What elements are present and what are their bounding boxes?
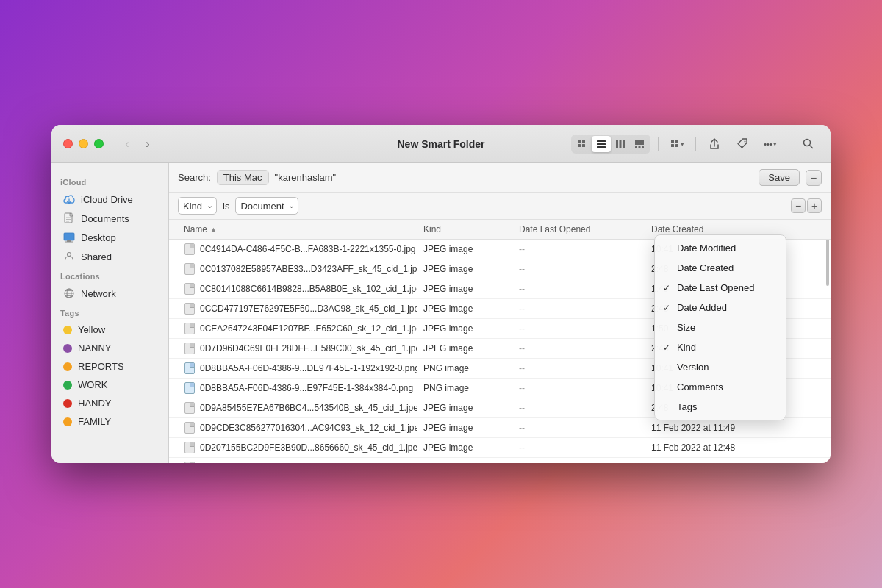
- context-menu-item-size[interactable]: Size: [655, 318, 786, 337]
- svg-rect-7: [616, 140, 618, 148]
- back-button[interactable]: ‹: [118, 135, 136, 153]
- separator-1: [658, 137, 659, 151]
- toolbar-tools: ▾ ••• ▾: [571, 134, 819, 154]
- tag-label: WORK: [78, 379, 107, 390]
- file-icon-jpeg: [184, 323, 195, 334]
- svg-rect-15: [675, 140, 678, 143]
- col-date-opened[interactable]: Date Last Opened: [513, 220, 645, 239]
- shared-icon: [63, 251, 75, 262]
- context-menu-item-kind[interactable]: ✓ Kind: [655, 337, 786, 357]
- table-row[interactable]: 0D9CDE3C856277016304...AC94C93_sk_12_cid…: [169, 418, 831, 438]
- cell-kind: JPEG image: [417, 320, 513, 337]
- search-label: Search:: [178, 172, 211, 183]
- svg-rect-8: [620, 140, 622, 148]
- svg-rect-3: [582, 144, 585, 147]
- maximize-button[interactable]: [94, 139, 104, 148]
- sidebar: iCloud iCloud Drive: [51, 163, 169, 463]
- more-button[interactable]: ••• ▾: [759, 134, 781, 154]
- sidebar-item-documents[interactable]: Documents: [54, 209, 165, 228]
- context-menu-item-date-last-opened[interactable]: ✓ Date Last Opened: [655, 278, 786, 298]
- sidebar-item-tag-nanny[interactable]: NANNY: [54, 339, 165, 357]
- cell-name: 0C4914DA-C486-4F5C-B...FA683B-1-2221x135…: [178, 240, 417, 259]
- view-gallery-button[interactable]: [630, 136, 649, 152]
- sidebar-item-tag-family[interactable]: FAMILY: [54, 412, 165, 431]
- context-menu-item-comments[interactable]: Comments: [655, 377, 786, 397]
- context-menu-item-date-added[interactable]: ✓ Date Added: [655, 298, 786, 318]
- tag-dot: [63, 344, 72, 353]
- cell-date-opened: --: [513, 459, 645, 463]
- cell-name: 0D9A85455E7EA67B6BC4...543540B_sk_45_cid…: [178, 398, 417, 417]
- check-mark: ✓: [661, 303, 673, 313]
- cell-date-opened: --: [513, 240, 645, 258]
- col-kind[interactable]: Kind: [417, 220, 513, 239]
- close-button[interactable]: [63, 139, 73, 148]
- file-icon-jpeg: [184, 442, 195, 453]
- titlebar: ‹ › New Smart Folder: [51, 125, 831, 163]
- file-icon-jpeg: [184, 243, 195, 255]
- search-button[interactable]: [797, 134, 819, 154]
- context-menu-item-date-created[interactable]: Date Created: [655, 258, 786, 278]
- context-menu-item-tags[interactable]: Tags: [655, 397, 786, 417]
- sidebar-item-tag-work[interactable]: WORK: [54, 376, 165, 394]
- file-type-icon: [184, 243, 196, 255]
- cell-name: 0DCE6514-7AEA-4D6E-B6...C1457C7-1-140x19…: [178, 458, 417, 463]
- sidebar-item-icloud-drive[interactable]: iCloud Drive: [54, 190, 165, 209]
- filter-btn-group: − +: [791, 198, 822, 213]
- cell-name: 0C0137082E58957ABE33...D3423AFF_sk_45_ci…: [178, 259, 417, 279]
- sidebar-item-tag-handy[interactable]: HANDY: [54, 394, 165, 412]
- col-name[interactable]: Name ▲: [178, 220, 417, 239]
- kind-select[interactable]: Kind: [178, 197, 217, 215]
- desktop-label: Desktop: [81, 232, 116, 243]
- tag-dot: [63, 362, 72, 371]
- arrange-button[interactable]: ▾: [666, 134, 688, 154]
- check-mark: ✓: [661, 283, 673, 293]
- save-button[interactable]: Save: [759, 169, 800, 186]
- filter-plus-button[interactable]: +: [807, 198, 822, 213]
- search-bar: Search: This Mac "karenhaslam" Save −: [169, 163, 831, 193]
- minimize-button[interactable]: [79, 139, 88, 148]
- finder-window: ‹ › New Smart Folder: [51, 125, 831, 463]
- share-button[interactable]: [703, 134, 725, 154]
- view-icon-button[interactable]: [573, 136, 592, 152]
- tag-button[interactable]: [731, 134, 753, 154]
- cell-kind: JPEG image: [417, 260, 513, 278]
- file-type-icon: [184, 343, 196, 354]
- sidebar-item-tag-reports[interactable]: REPORTS: [54, 357, 165, 376]
- table-row[interactable]: 0D207155BC2D9FE3B90D...8656660_sk_45_cid…: [169, 438, 831, 458]
- cell-date-opened: --: [513, 379, 645, 397]
- context-menu-item-version[interactable]: Version: [655, 357, 786, 377]
- tag-dot: [63, 381, 72, 390]
- file-type-icon: [184, 283, 196, 295]
- sidebar-item-network[interactable]: Network: [54, 284, 165, 303]
- filter-minus-button[interactable]: −: [791, 198, 806, 213]
- search-minus-button[interactable]: −: [806, 170, 822, 186]
- file-type-icon: [184, 323, 196, 334]
- svg-rect-25: [64, 233, 74, 240]
- file-icon-jpeg: [184, 303, 195, 315]
- file-type-icon: [184, 462, 196, 463]
- tag-label: REPORTS: [78, 361, 124, 372]
- sidebar-item-desktop[interactable]: Desktop: [54, 228, 165, 247]
- file-type-icon: [184, 362, 196, 374]
- file-icon-jpeg: [184, 343, 195, 354]
- cell-kind: JPEG image: [417, 240, 513, 258]
- view-columns-button[interactable]: [611, 136, 630, 152]
- tag-label: Yellow: [78, 324, 105, 335]
- scrollbar-track[interactable]: [825, 220, 831, 463]
- context-menu-item-date-modified[interactable]: Date Modified: [655, 238, 786, 258]
- tag-label: FAMILY: [78, 416, 111, 427]
- file-type-icon: [184, 422, 196, 434]
- svg-rect-5: [597, 143, 606, 145]
- table-row[interactable]: 0DCE6514-7AEA-4D6E-B6...C1457C7-1-140x19…: [169, 458, 831, 463]
- search-token[interactable]: This Mac: [217, 170, 269, 185]
- view-list-button[interactable]: [592, 136, 611, 152]
- cell-name: 0D8BBA5A-F06D-4386-9...DE97F45E-1-192x19…: [178, 359, 417, 378]
- context-menu: Date Modified Date Created ✓ Date Last O…: [654, 234, 786, 420]
- sidebar-item-shared[interactable]: Shared: [54, 247, 165, 266]
- forward-button[interactable]: ›: [139, 135, 157, 153]
- cell-date-opened: --: [513, 260, 645, 278]
- context-menu-label: Size: [677, 322, 695, 333]
- document-select[interactable]: Document: [235, 197, 298, 215]
- sidebar-item-tag-yellow[interactable]: Yellow: [54, 320, 165, 339]
- tag-dot: [63, 417, 72, 426]
